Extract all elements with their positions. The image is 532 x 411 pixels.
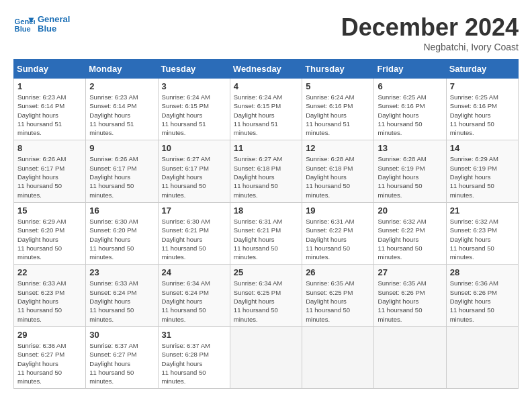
table-row: 24Sunrise: 6:34 AMSunset: 6:24 PMDayligh… — [158, 265, 230, 326]
day-info: Sunrise: 6:23 AMSunset: 6:14 PMDaylight … — [89, 93, 154, 137]
day-number: 4 — [234, 81, 298, 91]
day-number: 22 — [17, 267, 82, 277]
calendar-table: Sunday Monday Tuesday Wednesday Thursday… — [13, 59, 519, 389]
day-info: Sunrise: 6:26 AMSunset: 6:17 PMDaylight … — [89, 154, 154, 199]
day-number: 16 — [89, 205, 154, 216]
table-row: 20Sunrise: 6:32 AMSunset: 6:22 PMDayligh… — [374, 202, 446, 264]
calendar-week-row: 15Sunrise: 6:29 AMSunset: 6:20 PMDayligh… — [14, 202, 519, 264]
col-sunday: Sunday — [14, 60, 86, 79]
day-number: 8 — [17, 143, 82, 153]
logo-icon: General Blue — [13, 13, 35, 35]
day-number: 20 — [378, 205, 442, 216]
day-info: Sunrise: 6:27 AMSunset: 6:18 PMDaylight … — [234, 154, 298, 199]
calendar-header-row: Sunday Monday Tuesday Wednesday Thursday… — [14, 60, 519, 79]
day-number: 12 — [306, 143, 370, 153]
day-number: 7 — [450, 81, 515, 91]
page-header: General Blue General Blue December 2024 … — [13, 13, 519, 52]
day-number: 24 — [162, 267, 226, 277]
table-row: 25Sunrise: 6:34 AMSunset: 6:25 PMDayligh… — [230, 265, 302, 326]
table-row: 11Sunrise: 6:27 AMSunset: 6:18 PMDayligh… — [230, 140, 302, 202]
table-row: 22Sunrise: 6:33 AMSunset: 6:23 PMDayligh… — [14, 265, 86, 326]
day-number: 27 — [378, 267, 442, 277]
day-info: Sunrise: 6:26 AMSunset: 6:17 PMDaylight … — [17, 154, 82, 199]
table-row: 12Sunrise: 6:28 AMSunset: 6:18 PMDayligh… — [302, 140, 374, 202]
col-thursday: Thursday — [302, 60, 374, 79]
day-info: Sunrise: 6:37 AMSunset: 6:27 PMDaylight … — [89, 341, 154, 385]
day-info: Sunrise: 6:27 AMSunset: 6:17 PMDaylight … — [162, 154, 226, 199]
day-info: Sunrise: 6:37 AMSunset: 6:28 PMDaylight … — [162, 341, 226, 385]
table-row: 21Sunrise: 6:32 AMSunset: 6:23 PMDayligh… — [446, 202, 518, 264]
day-info: Sunrise: 6:33 AMSunset: 6:24 PMDaylight … — [89, 279, 154, 323]
calendar-week-row: 22Sunrise: 6:33 AMSunset: 6:23 PMDayligh… — [14, 265, 519, 326]
table-row: 26Sunrise: 6:35 AMSunset: 6:25 PMDayligh… — [302, 265, 374, 326]
day-info: Sunrise: 6:29 AMSunset: 6:20 PMDaylight … — [17, 217, 82, 261]
calendar-subtitle: Negbatchi, Ivory Coast — [341, 42, 519, 52]
col-tuesday: Tuesday — [158, 60, 230, 79]
day-number: 10 — [162, 143, 226, 153]
day-info: Sunrise: 6:24 AMSunset: 6:15 PMDaylight … — [162, 93, 226, 137]
col-saturday: Saturday — [446, 60, 518, 79]
day-info: Sunrise: 6:30 AMSunset: 6:21 PMDaylight … — [162, 217, 226, 261]
day-info: Sunrise: 6:28 AMSunset: 6:18 PMDaylight … — [306, 154, 370, 199]
day-info: Sunrise: 6:36 AMSunset: 6:27 PMDaylight … — [17, 341, 82, 385]
table-row: 17Sunrise: 6:30 AMSunset: 6:21 PMDayligh… — [158, 202, 230, 264]
day-number: 28 — [450, 267, 515, 277]
day-info: Sunrise: 6:33 AMSunset: 6:23 PMDaylight … — [17, 279, 82, 323]
day-number: 19 — [306, 205, 370, 216]
day-info: Sunrise: 6:31 AMSunset: 6:21 PMDaylight … — [234, 217, 298, 261]
day-number: 26 — [306, 267, 370, 277]
calendar-week-row: 1Sunrise: 6:23 AMSunset: 6:14 PMDaylight… — [14, 79, 519, 140]
day-info: Sunrise: 6:23 AMSunset: 6:14 PMDaylight … — [17, 93, 82, 137]
logo-line1: General — [38, 15, 70, 24]
day-number: 6 — [378, 81, 442, 91]
day-number: 3 — [162, 81, 226, 91]
table-row: 16Sunrise: 6:30 AMSunset: 6:20 PMDayligh… — [86, 202, 158, 264]
day-number: 29 — [17, 330, 82, 340]
day-info: Sunrise: 6:24 AMSunset: 6:16 PMDaylight … — [306, 93, 370, 137]
table-row: 29Sunrise: 6:36 AMSunset: 6:27 PMDayligh… — [14, 326, 86, 388]
day-info: Sunrise: 6:25 AMSunset: 6:16 PMDaylight … — [450, 93, 515, 137]
day-number: 18 — [234, 205, 298, 216]
day-number: 31 — [162, 330, 226, 340]
calendar-week-row: 29Sunrise: 6:36 AMSunset: 6:27 PMDayligh… — [14, 326, 519, 388]
table-row: 4Sunrise: 6:24 AMSunset: 6:15 PMDaylight… — [230, 79, 302, 140]
table-row: 19Sunrise: 6:31 AMSunset: 6:22 PMDayligh… — [302, 202, 374, 264]
day-number: 13 — [378, 143, 442, 153]
table-row — [302, 326, 374, 388]
day-number: 14 — [450, 143, 515, 153]
col-monday: Monday — [86, 60, 158, 79]
day-info: Sunrise: 6:31 AMSunset: 6:22 PMDaylight … — [306, 217, 370, 261]
day-number: 21 — [450, 205, 515, 216]
day-info: Sunrise: 6:35 AMSunset: 6:26 PMDaylight … — [378, 279, 442, 323]
table-row — [230, 326, 302, 388]
table-row: 15Sunrise: 6:29 AMSunset: 6:20 PMDayligh… — [14, 202, 86, 264]
table-row: 13Sunrise: 6:28 AMSunset: 6:19 PMDayligh… — [374, 140, 446, 202]
day-info: Sunrise: 6:28 AMSunset: 6:19 PMDaylight … — [378, 154, 442, 199]
day-number: 2 — [89, 81, 154, 91]
table-row — [374, 326, 446, 388]
logo: General Blue General Blue — [13, 13, 70, 35]
svg-text:Blue: Blue — [15, 25, 31, 33]
day-info: Sunrise: 6:34 AMSunset: 6:24 PMDaylight … — [162, 279, 226, 323]
table-row: 14Sunrise: 6:29 AMSunset: 6:19 PMDayligh… — [446, 140, 518, 202]
table-row: 7Sunrise: 6:25 AMSunset: 6:16 PMDaylight… — [446, 79, 518, 140]
col-wednesday: Wednesday — [230, 60, 302, 79]
day-info: Sunrise: 6:29 AMSunset: 6:19 PMDaylight … — [450, 154, 515, 199]
day-number: 25 — [234, 267, 298, 277]
day-number: 1 — [17, 81, 82, 91]
table-row: 6Sunrise: 6:25 AMSunset: 6:16 PMDaylight… — [374, 79, 446, 140]
table-row: 5Sunrise: 6:24 AMSunset: 6:16 PMDaylight… — [302, 79, 374, 140]
day-number: 9 — [89, 143, 154, 153]
day-info: Sunrise: 6:32 AMSunset: 6:23 PMDaylight … — [450, 217, 515, 261]
calendar-title: December 2024 — [341, 13, 519, 42]
table-row: 8Sunrise: 6:26 AMSunset: 6:17 PMDaylight… — [14, 140, 86, 202]
table-row — [446, 326, 518, 388]
day-number: 17 — [162, 205, 226, 216]
title-block: December 2024 Negbatchi, Ivory Coast — [341, 13, 519, 52]
table-row: 2Sunrise: 6:23 AMSunset: 6:14 PMDaylight… — [86, 79, 158, 140]
day-info: Sunrise: 6:34 AMSunset: 6:25 PMDaylight … — [234, 279, 298, 323]
day-info: Sunrise: 6:36 AMSunset: 6:26 PMDaylight … — [450, 279, 515, 323]
day-info: Sunrise: 6:25 AMSunset: 6:16 PMDaylight … — [378, 93, 442, 137]
table-row: 28Sunrise: 6:36 AMSunset: 6:26 PMDayligh… — [446, 265, 518, 326]
calendar-week-row: 8Sunrise: 6:26 AMSunset: 6:17 PMDaylight… — [14, 140, 519, 202]
